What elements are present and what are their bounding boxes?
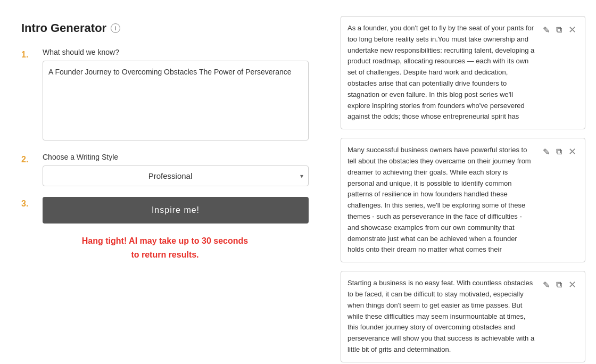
copy-icon: ⧉ — [556, 25, 562, 35]
card-3-close-button[interactable]: ✕ — [566, 278, 578, 292]
wait-message: Hang tight! AI may take up to 30 seconds… — [21, 234, 309, 261]
card-3-actions: ✎ ⧉ ✕ — [541, 278, 578, 292]
page-title: Intro Generator i — [21, 21, 309, 35]
right-panel: As a founder, you don't get to fly by th… — [330, 11, 596, 364]
step-2-section: 2. Choose a Writing Style Professional C… — [21, 153, 309, 186]
step-2-content: Choose a Writing Style Professional Casu… — [43, 153, 309, 186]
wait-message-line2: to return results. — [21, 248, 309, 262]
card-3-copy-button[interactable]: ⧉ — [554, 279, 564, 291]
step-1-number: 1. — [21, 50, 43, 60]
copy-icon: ⧉ — [556, 147, 562, 156]
close-icon: ✕ — [568, 24, 576, 36]
left-panel: Intro Generator i 1. What should we know… — [0, 11, 330, 364]
result-card-2: Many successful business owners have pow… — [341, 138, 585, 262]
wait-message-line1: Hang tight! AI may take up to 30 seconds — [21, 234, 309, 248]
card-1-copy-button[interactable]: ⧉ — [554, 24, 564, 36]
copy-icon: ⧉ — [556, 280, 562, 289]
step-3-number: 3. — [21, 199, 43, 209]
card-1-close-button[interactable]: ✕ — [566, 23, 578, 37]
inspire-button[interactable]: Inspire me! — [43, 197, 309, 224]
step-1-content: What should we know? A Founder Journey t… — [43, 48, 309, 142]
writing-style-select[interactable]: Professional Casual Formal Creative — [43, 166, 309, 186]
step-3-content: Inspire me! — [43, 197, 309, 224]
result-card-3: Starting a business is no easy feat. Wit… — [341, 271, 585, 362]
title-text: Intro Generator — [21, 21, 106, 35]
card-2-close-button[interactable]: ✕ — [566, 145, 578, 159]
writing-style-wrapper: Professional Casual Formal Creative ▾ — [43, 166, 309, 186]
result-card-1: As a founder, you don't get to fly by th… — [341, 16, 585, 129]
step-1-section: 1. What should we know? A Founder Journe… — [21, 48, 309, 142]
step-3-section: 3. Inspire me! — [21, 197, 309, 224]
card-2-actions: ✎ ⧉ ✕ — [541, 145, 578, 159]
edit-icon: ✎ — [543, 147, 550, 157]
result-text-3: Starting a business is no easy feat. Wit… — [347, 278, 535, 355]
topic-textarea[interactable]: A Founder Journey to Overcoming Obstacle… — [43, 61, 309, 140]
close-icon: ✕ — [568, 279, 576, 291]
card-1-edit-button[interactable]: ✎ — [541, 24, 552, 36]
result-text-1: As a founder, you don't get to fly by th… — [347, 23, 535, 122]
info-icon[interactable]: i — [111, 23, 120, 33]
edit-icon: ✎ — [543, 280, 550, 290]
step-1-label: What should we know? — [43, 48, 309, 56]
result-text-2: Many successful business owners have pow… — [347, 145, 535, 255]
step-2-label: Choose a Writing Style — [43, 153, 309, 161]
step-2-number: 2. — [21, 155, 43, 164]
edit-icon: ✎ — [543, 25, 550, 35]
close-icon: ✕ — [568, 146, 576, 158]
card-2-edit-button[interactable]: ✎ — [541, 146, 552, 158]
card-3-edit-button[interactable]: ✎ — [541, 279, 552, 291]
card-1-actions: ✎ ⧉ ✕ — [541, 23, 578, 37]
card-2-copy-button[interactable]: ⧉ — [554, 146, 564, 158]
